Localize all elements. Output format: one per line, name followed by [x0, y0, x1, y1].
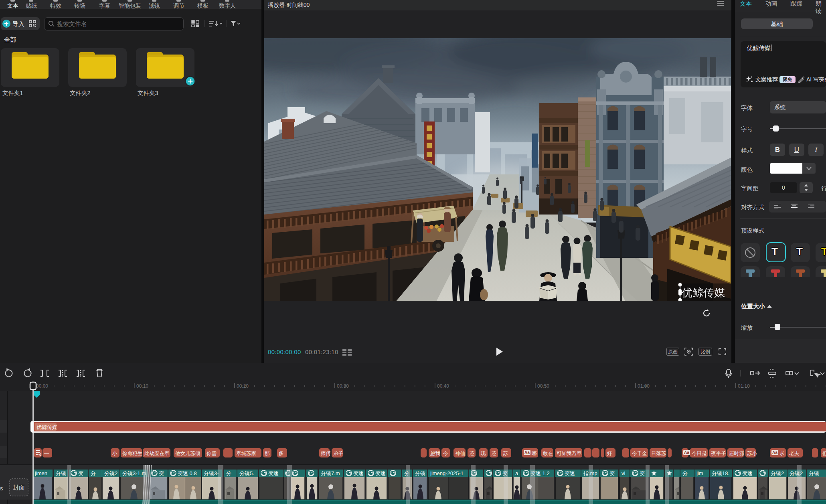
svg-text:Aa: Aa: [772, 450, 777, 455]
svg-text:日落苏: 日落苏: [651, 451, 666, 456]
svg-text:苏小: 苏小: [747, 451, 757, 456]
svg-text:变: 变: [640, 470, 645, 476]
svg-text:jim: jim: [696, 470, 703, 476]
svg-text:00:30: 00:30: [337, 383, 349, 389]
svg-text:分镜3-: 分镜3-: [204, 470, 219, 476]
svg-text:他女儿苏倾: 他女儿苏倾: [175, 451, 200, 456]
svg-text:分镜: 分镜: [809, 470, 819, 476]
svg-text:变速: 变速: [742, 470, 753, 476]
svg-text:01:10: 01:10: [738, 383, 750, 389]
svg-text:分镜18.: 分镜18.: [712, 470, 729, 476]
svg-text:00:50: 00:50: [537, 383, 549, 389]
svg-text:哪: 哪: [532, 451, 537, 456]
svg-text:分镜2: 分镜2: [104, 470, 117, 476]
svg-text:多: 多: [279, 451, 284, 456]
svg-text:届时邪: 届时邪: [729, 451, 744, 456]
svg-text:—: —: [44, 451, 49, 456]
svg-text:夜半子: 夜半子: [711, 451, 726, 456]
svg-text:那: 那: [265, 451, 270, 456]
svg-text:优鲸传媒: 优鲸传媒: [682, 287, 725, 299]
svg-text:Aa: Aa: [684, 450, 689, 455]
svg-text:变: 变: [78, 470, 83, 476]
svg-text:00:10: 00:10: [136, 383, 148, 389]
svg-text:变: 变: [159, 470, 164, 476]
svg-text:但: 但: [822, 451, 826, 456]
svg-text:还: 还: [491, 451, 496, 456]
svg-text:变速: 变速: [353, 470, 364, 476]
svg-text:jimeng-2025-1: jimeng-2025-1: [430, 470, 464, 476]
svg-text:你命犯生: 你命犯生: [122, 451, 142, 456]
svg-text:00:20: 00:20: [237, 383, 249, 389]
svg-text:变速: 变速: [268, 470, 279, 476]
svg-text:00:00: 00:00: [36, 383, 48, 389]
svg-text:分镜: 分镜: [415, 470, 425, 476]
svg-text:变速: 变速: [375, 470, 386, 476]
svg-text:令: 令: [443, 451, 448, 456]
svg-text:01:00: 01:00: [638, 383, 650, 389]
svg-text:你需: 你需: [206, 451, 217, 456]
svg-text:敢在: 敢在: [543, 451, 553, 456]
svg-text:分: 分: [682, 470, 688, 476]
svg-text:令千金: 令千金: [632, 451, 647, 456]
svg-text:还: 还: [469, 451, 474, 456]
svg-text:分镜3-1.m: 分镜3-1.m: [122, 470, 146, 476]
svg-text:优鲸传媒: 优鲸传媒: [36, 424, 57, 430]
svg-text:Aa: Aa: [524, 450, 530, 455]
svg-text:jimen: jimen: [34, 470, 47, 476]
svg-text:vi: vi: [622, 470, 626, 476]
svg-text:可知我乃奉: 可知我乃奉: [557, 451, 582, 456]
svg-text:分镜2: 分镜2: [771, 470, 784, 476]
svg-text:分镜: 分镜: [56, 470, 66, 476]
svg-text:变速: 变速: [565, 470, 575, 476]
svg-text:变: 变: [609, 470, 615, 476]
svg-text:小: 小: [112, 451, 117, 456]
svg-text:恕我: 恕我: [430, 451, 440, 456]
svg-text:s: s: [0, 485, 3, 492]
svg-text:现: 现: [481, 451, 486, 456]
svg-text:苏: 苏: [503, 451, 508, 456]
svg-text:分: 分: [226, 470, 231, 476]
svg-text:求: 求: [779, 451, 785, 456]
svg-text:奉城苏家: 奉城苏家: [236, 451, 257, 456]
svg-text:分镜5.: 分镜5.: [239, 470, 254, 476]
svg-text:封面: 封面: [13, 484, 25, 491]
svg-text:今日是: 今日是: [692, 451, 707, 456]
svg-text:老夫: 老夫: [789, 451, 800, 456]
svg-text:师傅: 师傅: [321, 451, 331, 456]
svg-text:弟子: 弟子: [333, 451, 344, 456]
svg-text:神仙: 神仙: [455, 451, 465, 456]
svg-text:分镜7.m: 分镜7.m: [321, 470, 340, 476]
svg-text:好: 好: [607, 451, 612, 456]
svg-text:a: a: [515, 470, 518, 476]
svg-text:此劫应在奉: 此劫应在奉: [144, 451, 170, 456]
svg-text:变速 0.8: 变速 0.8: [178, 470, 197, 476]
svg-text:分: 分: [91, 470, 96, 476]
svg-text:00:40: 00:40: [437, 383, 449, 389]
